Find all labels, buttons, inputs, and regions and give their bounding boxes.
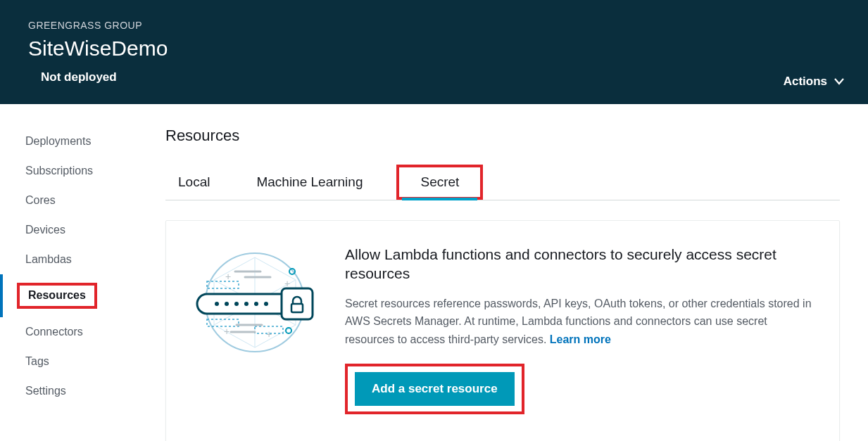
learn-more-link[interactable]: Learn more — [550, 333, 611, 345]
panel-description: Secret resources reference passwords, AP… — [345, 295, 815, 349]
add-secret-resource-button[interactable]: Add a secret resource — [355, 372, 515, 406]
page-header: GREENGRASS GROUP SiteWiseDemo Not deploy… — [0, 0, 868, 104]
svg-point-13 — [225, 302, 229, 306]
svg-point-15 — [244, 302, 249, 306]
svg-point-17 — [264, 302, 268, 306]
tab-machine-learning[interactable]: Machine Learning — [244, 165, 375, 200]
header-eyebrow: GREENGRASS GROUP — [28, 20, 840, 31]
highlight-box: Resources — [17, 283, 97, 309]
secret-panel: + + + + — [165, 220, 840, 441]
panel-content: Allow Lambda functions and connectors to… — [345, 245, 815, 414]
sidebar: Deployments Subscriptions Cores Devices … — [0, 104, 151, 441]
actions-button[interactable]: Actions — [784, 75, 844, 89]
caret-down-icon — [834, 78, 844, 85]
tab-active-underline — [402, 198, 477, 200]
panel-heading: Allow Lambda functions and connectors to… — [345, 245, 815, 283]
svg-text:+: + — [224, 326, 229, 337]
svg-point-14 — [234, 302, 239, 306]
page-body: Deployments Subscriptions Cores Devices … — [0, 104, 868, 441]
svg-rect-11 — [197, 294, 290, 314]
main-content: Resources Local Machine Learning Secret — [151, 104, 868, 441]
sidebar-item-settings[interactable]: Settings — [0, 376, 151, 406]
secret-illustration-icon: + + + + — [190, 245, 324, 357]
svg-text:+: + — [266, 328, 272, 340]
highlight-box: Add a secret resource — [345, 364, 524, 414]
sidebar-item-devices[interactable]: Devices — [0, 215, 151, 245]
sidebar-item-lambdas[interactable]: Lambdas — [0, 245, 151, 274]
sidebar-item-connectors[interactable]: Connectors — [0, 317, 151, 347]
sidebar-item-cores[interactable]: Cores — [0, 186, 151, 215]
sidebar-item-tags[interactable]: Tags — [0, 347, 151, 376]
tabs-bar: Local Machine Learning Secret — [165, 165, 840, 200]
header-title: SiteWiseDemo — [28, 37, 840, 60]
svg-point-12 — [215, 302, 219, 306]
actions-button-label: Actions — [784, 75, 827, 89]
tab-local[interactable]: Local — [165, 165, 222, 200]
svg-text:+: + — [225, 271, 231, 282]
sidebar-item-subscriptions[interactable]: Subscriptions — [0, 156, 151, 186]
sidebar-item-deployments[interactable]: Deployments — [0, 127, 151, 156]
svg-point-16 — [254, 302, 258, 306]
sidebar-item-resources[interactable]: Resources — [0, 274, 151, 317]
header-status: Not deployed — [41, 70, 840, 84]
tab-secret[interactable]: Secret — [396, 165, 483, 200]
page-title: Resources — [165, 127, 840, 145]
